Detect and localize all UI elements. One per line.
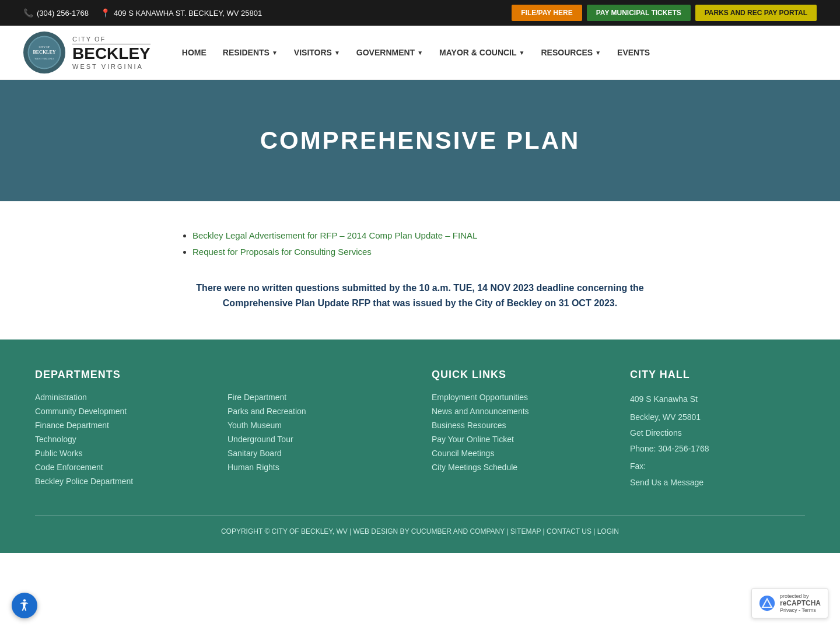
logo-city-of: CITY OF	[72, 36, 150, 44]
main-nav: HOME RESIDENTS ▼ VISITORS ▼ GOVERNMENT ▼…	[174, 42, 658, 63]
file-pay-button[interactable]: FILE/PAY HERE	[512, 5, 582, 21]
footer-link-underground-tour[interactable]: Underground Tour	[228, 435, 408, 444]
site-header: CITY OF BECKLEY WEST VIRGINIA CITY OF BE…	[0, 26, 840, 80]
svg-text:BECKLEY: BECKLEY	[33, 50, 55, 55]
list-item: Beckley Legal Advertisement for RFP – 20…	[192, 230, 659, 241]
municipal-tickets-button[interactable]: PAY MUNICIPAL TICKETS	[587, 5, 691, 21]
footer-link-news[interactable]: News and Announcements	[432, 407, 607, 416]
top-bar-contact: 📞 (304) 256-1768 📍 409 S KANAWHA ST. BEC…	[23, 8, 494, 18]
proposals-link[interactable]: Request for Proposals for Consulting Ser…	[192, 247, 372, 257]
city-hall-address1: 409 S Kanawha St	[630, 393, 805, 405]
nav-home[interactable]: HOME	[174, 42, 215, 63]
svg-text:WEST VIRGINIA: WEST VIRGINIA	[34, 57, 54, 60]
city-hall-phone: Phone: 304-256-1768	[630, 442, 805, 455]
city-hall-fax: Fax:	[630, 460, 805, 473]
footer-link-police[interactable]: Beckley Police Department	[35, 477, 216, 486]
footer-bottom: COPYRIGHT © CITY OF BECKLEY, WV | WEB DE…	[35, 515, 805, 536]
nav-government[interactable]: GOVERNMENT ▼	[348, 42, 431, 63]
nav-events[interactable]: EVENTS	[609, 42, 658, 63]
notice-text: There were no written questions submitte…	[181, 281, 659, 310]
parks-portal-button[interactable]: PARKS AND REC PAY PORTAL	[695, 5, 817, 21]
dept-col2: Fire Department Parks and Recreation You…	[228, 393, 408, 491]
footer-link-pay-online[interactable]: Pay Your Online Ticket	[432, 435, 607, 444]
chevron-down-icon: ▼	[334, 50, 340, 56]
footer-link-business[interactable]: Business Resources	[432, 421, 607, 430]
location-icon: 📍	[100, 8, 110, 18]
city-hall-title: CITY HALL	[630, 369, 805, 381]
logo-beckley: BECKLEY	[72, 46, 150, 62]
top-bar: 📞 (304) 256-1768 📍 409 S KANAWHA ST. BEC…	[0, 0, 840, 26]
chevron-down-icon: ▼	[272, 50, 278, 56]
nav-resources[interactable]: RESOURCES ▼	[533, 42, 609, 63]
send-message-link[interactable]: Send Us a Message	[630, 478, 805, 487]
site-logo[interactable]: CITY OF BECKLEY WEST VIRGINIA CITY OF BE…	[23, 32, 150, 74]
top-bar-buttons: FILE/PAY HERE PAY MUNICIPAL TICKETS PARK…	[512, 5, 817, 21]
nav-visitors[interactable]: VISITORS ▼	[286, 42, 348, 63]
nav-home-label: HOME	[182, 48, 206, 57]
chevron-down-icon: ▼	[519, 50, 525, 56]
quick-links-title: QUICK LINKS	[432, 369, 607, 381]
footer-link-community-dev[interactable]: Community Development	[35, 407, 216, 416]
nav-mayor-council-label: MAYOR & COUNCIL	[439, 48, 517, 57]
city-hall-address2: Beckley, WV 25801	[630, 411, 805, 424]
nav-residents[interactable]: RESIDENTS ▼	[215, 42, 286, 63]
footer-quick-links: QUICK LINKS Employment Opportunities New…	[432, 369, 607, 492]
nav-mayor-council[interactable]: MAYOR & COUNCIL ▼	[431, 42, 533, 63]
footer-link-code-enforcement[interactable]: Code Enforcement	[35, 463, 216, 472]
address-text: 409 S KANAWHA ST. BECKLEY, WV 25801	[114, 9, 262, 18]
rfp-link[interactable]: Beckley Legal Advertisement for RFP – 20…	[192, 230, 477, 240]
address-item: 📍 409 S KANAWHA ST. BECKLEY, WV 25801	[100, 8, 262, 18]
footer-link-council-meetings[interactable]: Council Meetings	[432, 449, 607, 458]
footer-link-administration[interactable]: Administration	[35, 393, 216, 402]
get-directions-link[interactable]: Get Directions	[630, 428, 805, 438]
logo-svg: CITY OF BECKLEY WEST VIRGINIA	[27, 35, 62, 70]
footer-link-employment[interactable]: Employment Opportunities	[432, 393, 607, 402]
departments-columns: Administration Community Development Fin…	[35, 393, 408, 491]
footer-link-city-meetings[interactable]: City Meetings Schedule	[432, 463, 607, 472]
footer-departments: DEPARTMENTS Administration Community Dev…	[35, 369, 408, 492]
copyright-text: COPYRIGHT © CITY OF BECKLEY, WV | WEB DE…	[221, 527, 619, 536]
phone-icon: 📞	[23, 8, 33, 18]
nav-visitors-label: VISITORS	[294, 48, 332, 57]
footer-link-sanitary[interactable]: Sanitary Board	[228, 449, 408, 458]
chevron-down-icon: ▼	[417, 50, 423, 56]
logo-emblem: CITY OF BECKLEY WEST VIRGINIA	[23, 32, 65, 74]
footer-link-public-works[interactable]: Public Works	[35, 449, 216, 458]
main-content: Beckley Legal Advertisement for RFP – 20…	[158, 201, 682, 340]
chevron-down-icon: ▼	[595, 50, 601, 56]
site-footer: DEPARTMENTS Administration Community Dev…	[0, 340, 840, 553]
svg-text:CITY OF: CITY OF	[38, 46, 50, 48]
footer-link-parks[interactable]: Parks and Recreation	[228, 407, 408, 416]
nav-residents-label: RESIDENTS	[223, 48, 270, 57]
footer-city-hall: CITY HALL 409 S Kanawha St Beckley, WV 2…	[630, 369, 805, 492]
phone-number: (304) 256-1768	[37, 9, 89, 18]
phone-item: 📞 (304) 256-1768	[23, 8, 89, 18]
footer-link-human-rights[interactable]: Human Rights	[228, 463, 408, 472]
footer-link-finance[interactable]: Finance Department	[35, 421, 216, 430]
footer-link-technology[interactable]: Technology	[35, 435, 216, 444]
footer-link-youth-museum[interactable]: Youth Museum	[228, 421, 408, 430]
dept-col1: Administration Community Development Fin…	[35, 393, 216, 491]
logo-wv: WEST VIRGINIA	[72, 63, 150, 70]
nav-government-label: GOVERNMENT	[356, 48, 415, 57]
hero-section: COMPREHENSIVE PLAN	[0, 80, 840, 201]
footer-grid: DEPARTMENTS Administration Community Dev…	[35, 369, 805, 492]
page-title: COMPREHENSIVE PLAN	[23, 127, 817, 155]
footer-link-fire[interactable]: Fire Department	[228, 393, 408, 402]
list-item: Request for Proposals for Consulting Ser…	[192, 247, 659, 257]
logo-text-block: CITY OF BECKLEY WEST VIRGINIA	[72, 36, 150, 70]
nav-resources-label: RESOURCES	[541, 48, 593, 57]
departments-title: DEPARTMENTS	[35, 369, 408, 381]
documents-list: Beckley Legal Advertisement for RFP – 20…	[181, 230, 659, 257]
nav-events-label: EVENTS	[617, 48, 650, 57]
